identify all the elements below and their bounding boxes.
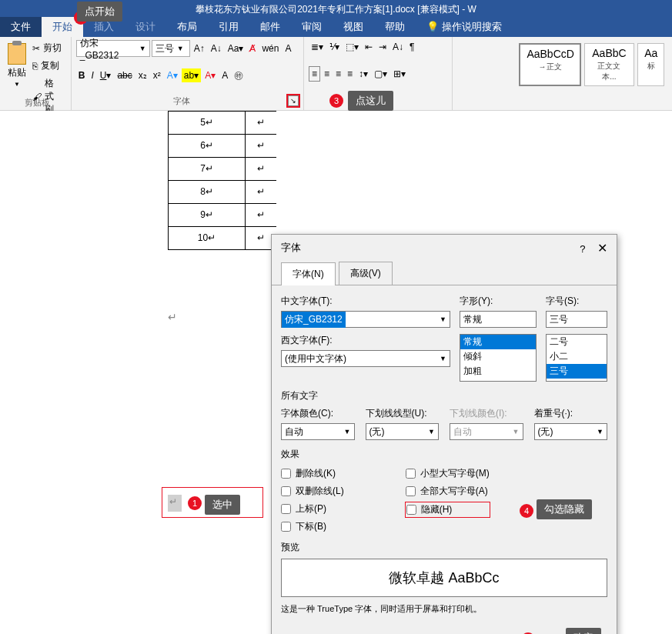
borders-icon[interactable]: ⊞▾ (391, 67, 408, 81)
dialog-close-icon[interactable]: ✕ (597, 242, 607, 255)
align-right-icon[interactable]: ≡ (333, 67, 343, 81)
table-cell[interactable]: ↵ (246, 135, 276, 158)
font-style-list[interactable]: 常规 倾斜 加粗 (460, 334, 537, 382)
paragraph-mark: ↵ (168, 311, 177, 323)
font-size-input[interactable]: 三号 (546, 311, 607, 328)
tooltip-launcher: 点这儿 (348, 91, 393, 111)
style-normal[interactable]: AaBbCcD →正文 (519, 43, 580, 86)
table-cell[interactable]: ↵ (246, 204, 276, 227)
shrink-font-icon[interactable]: A↓ (209, 42, 224, 55)
enclose-char-icon[interactable]: ㊕ (232, 68, 246, 84)
char-border-icon[interactable]: A (283, 42, 293, 55)
caret-down-icon: ▼ (177, 45, 184, 52)
font-style-input[interactable]: 常规 (460, 311, 537, 328)
font-color-combo[interactable]: 自动▼ (281, 423, 355, 440)
copy-button[interactable]: ⎘复制 (29, 58, 66, 74)
font-dialog: 字体 ? ✕ 字体(N) 高级(V) 中文字体(T): 仿宋_GB2312▼ 字… (271, 234, 617, 634)
cn-font-combo[interactable]: 仿宋_GB2312▼ (281, 311, 450, 328)
font-family-combo[interactable]: 仿宋_GB2312▼ (76, 40, 150, 57)
italic-button[interactable]: I (89, 68, 95, 82)
tab-references[interactable]: 引用 (208, 17, 249, 37)
change-case-icon[interactable]: Aa▾ (226, 42, 246, 55)
step-badge-1: 1 (188, 496, 202, 510)
style-heading[interactable]: Aa 标 (637, 43, 664, 86)
table-cell[interactable]: 7↵ (169, 158, 246, 181)
chk-subscript[interactable]: 下标(B) (281, 520, 344, 533)
group-font: 仿宋_GB2312▼ 三号▼ A↑ A↓ Aa▾ A̸ wén A B I U▾… (72, 37, 304, 110)
phonetic-icon[interactable]: wén (259, 42, 281, 55)
chk-superscript[interactable]: 上标(P) (281, 502, 344, 516)
font-color-button[interactable]: A▾ (202, 68, 218, 82)
table-cell[interactable]: 6↵ (169, 135, 246, 158)
table-cell[interactable]: 10↵ (169, 227, 246, 250)
underline-combo[interactable]: (无)▼ (366, 423, 440, 440)
align-center-icon[interactable]: ≡ (322, 67, 332, 81)
show-marks-icon[interactable]: ¶ (407, 40, 416, 54)
tab-layout[interactable]: 布局 (166, 17, 208, 37)
strike-button[interactable]: abc (115, 68, 134, 82)
subscript-button[interactable]: x₂ (136, 68, 149, 82)
dialog-help-icon[interactable]: ? (580, 243, 585, 255)
table-cell[interactable]: 9↵ (169, 204, 246, 227)
tab-mailings[interactable]: 邮件 (249, 17, 291, 37)
style-body-text[interactable]: AaBbC 正文文本... (584, 43, 634, 86)
char-shading-icon[interactable]: A (219, 68, 230, 82)
cut-button[interactable]: ✂剪切 (29, 40, 66, 56)
selection-region[interactable]: ↵ 1 选中 (168, 492, 260, 521)
sort-icon[interactable]: A↓ (390, 40, 406, 54)
tab-file[interactable]: 文件 (0, 17, 42, 37)
caret-down-icon: ▼ (513, 428, 520, 435)
multilevel-icon[interactable]: ⬚▾ (343, 40, 361, 54)
label-underline: 下划线线型(U): (366, 407, 440, 420)
section-effects: 效果 (281, 448, 607, 461)
underline-button[interactable]: U▾ (98, 68, 114, 82)
tooltip-home: 点开始 (77, 2, 122, 22)
dialog-tab-advanced[interactable]: 高级(V) (339, 262, 393, 285)
dialog-tab-font[interactable]: 字体(N) (281, 262, 336, 285)
shading-icon[interactable]: ▢▾ (372, 67, 389, 81)
label-cn-font: 中文字体(T): (281, 295, 450, 308)
en-font-combo[interactable]: (使用中文字体)▼ (281, 350, 450, 367)
font-size-combo[interactable]: 三号▼ (152, 40, 190, 57)
numbering-icon[interactable]: ⅟▾ (327, 40, 342, 54)
font-dialog-launcher[interactable]: ↘ (288, 95, 299, 106)
table-cell[interactable]: 5↵ (169, 112, 246, 135)
table-cell[interactable]: ↵ (246, 112, 276, 135)
underline-color-combo: 自动▼ (450, 423, 523, 440)
label-en-font: 西文字体(F): (281, 334, 450, 347)
chk-hidden[interactable]: 隐藏(H) (406, 502, 490, 517)
tab-review[interactable]: 审阅 (291, 17, 333, 37)
label-underline-color: 下划线颜色(I): (450, 407, 523, 420)
ribbon-tabs: 文件 开始 2 插入 设计 布局 引用 邮件 审阅 视图 帮助 💡 操作说明搜索… (0, 18, 672, 37)
table-cell[interactable]: 8↵ (169, 181, 246, 204)
chk-small-caps[interactable]: 小型大写字母(M) (406, 467, 490, 480)
align-justify-icon[interactable]: ≡ (345, 67, 355, 81)
chk-strike[interactable]: 删除线(K) (281, 467, 344, 480)
chk-double-strike[interactable]: 双删除线(L) (281, 485, 344, 498)
bullets-icon[interactable]: ≣▾ (309, 40, 326, 54)
indent-inc-icon[interactable]: ⇥ (376, 40, 389, 54)
tab-help[interactable]: 帮助 (374, 17, 416, 37)
bold-button[interactable]: B (76, 68, 88, 82)
grow-font-icon[interactable]: A↑ (192, 42, 207, 55)
caret-down-icon: ▼ (436, 315, 450, 323)
align-left-icon[interactable]: ≡ (309, 66, 320, 82)
highlight-button[interactable]: ab▾ (182, 68, 201, 82)
tooltip-select: 选中 (205, 495, 240, 515)
clear-format-icon[interactable]: A̸ (247, 42, 258, 55)
table-cell[interactable]: ↵ (246, 158, 276, 181)
clipboard-group-label: 剪贴板 (0, 97, 74, 108)
text-effects-button[interactable]: A▾ (165, 68, 180, 82)
tab-design[interactable]: 设计 (125, 17, 166, 37)
tab-view[interactable]: 视图 (333, 17, 374, 37)
chk-all-caps[interactable]: 全部大写字母(A) (406, 485, 490, 498)
emphasis-combo[interactable]: (无)▼ (534, 423, 608, 440)
superscript-button[interactable]: x² (151, 68, 163, 82)
section-preview: 预览 (281, 541, 607, 554)
indent-dec-icon[interactable]: ⇤ (363, 40, 375, 54)
tab-tellme[interactable]: 💡 操作说明搜索 (416, 17, 513, 37)
table-cell[interactable]: ↵ (246, 181, 276, 204)
font-size-list[interactable]: 二号 小二 三号 (546, 334, 607, 382)
line-spacing-icon[interactable]: ↕▾ (356, 67, 370, 81)
doc-table: 5↵↵ 6↵↵ 7↵↵ 8↵↵ 9↵↵ 10↵↵ (168, 111, 276, 250)
